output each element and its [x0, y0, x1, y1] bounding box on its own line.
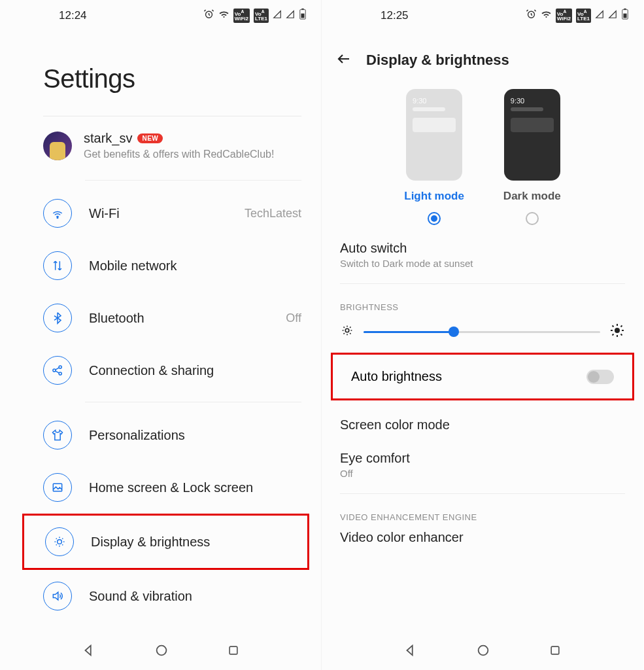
setting-auto-switch[interactable]: Auto switch Switch to Dark mode at sunse…	[322, 232, 643, 278]
svg-point-4	[57, 217, 58, 219]
setting-title: Auto switch	[340, 241, 625, 256]
settings-item-label: Display & brightness	[91, 535, 288, 550]
svg-rect-11	[229, 646, 237, 654]
status-time: 12:25	[381, 9, 409, 22]
nav-home-icon[interactable]	[476, 643, 490, 660]
picture-icon	[43, 473, 72, 502]
slider-thumb[interactable]	[449, 326, 459, 337]
setting-title: Video color enhancer	[340, 530, 625, 545]
status-icons: VoAWiFi2 VoALTE1	[203, 9, 307, 24]
settings-item-connection-sharing[interactable]: Connection & sharing	[0, 344, 321, 397]
settings-item-label: Wi-Fi	[89, 206, 228, 221]
section-label-video: VIDEO ENHANCEMENT ENGINE	[322, 499, 643, 527]
signal-icon	[273, 9, 282, 22]
svg-rect-14	[623, 14, 626, 18]
nav-bar	[0, 633, 321, 670]
settings-item-label: Personalizations	[89, 428, 301, 443]
setting-title: Screen color mode	[340, 417, 625, 432]
slider-track[interactable]	[364, 331, 600, 333]
divider	[85, 402, 301, 402]
new-badge: NEW	[137, 133, 163, 143]
setting-auto-brightness[interactable]: Auto brightness	[331, 353, 634, 400]
divider	[340, 283, 625, 284]
nav-recent-icon[interactable]	[227, 644, 240, 660]
battery-icon	[299, 9, 307, 23]
brightness-icon	[45, 527, 74, 556]
brightness-slider[interactable]	[322, 317, 643, 350]
volte-badge: VoALTE1	[254, 9, 269, 24]
back-icon[interactable]	[336, 51, 352, 69]
svg-point-9	[58, 540, 62, 544]
page-header: Display & brightness	[322, 31, 643, 81]
nav-bar	[322, 633, 643, 670]
wifi-icon	[541, 9, 552, 23]
alarm-icon	[526, 9, 537, 23]
vowifi-badge: VoAWiFi2	[556, 9, 572, 24]
wifi-icon	[43, 199, 72, 228]
status-bar: 12:24 VoAWiFi2 VoALTE1	[0, 0, 321, 31]
alarm-icon	[203, 9, 214, 23]
settings-item-home-lock[interactable]: Home screen & Lock screen	[0, 461, 321, 514]
sound-icon	[43, 582, 72, 610]
phone-settings: 12:24 VoAWiFi2 VoALTE1 Settings stark_sv…	[0, 0, 322, 670]
settings-item-label: Connection & sharing	[89, 363, 301, 378]
settings-item-display-brightness[interactable]: Display & brightness	[22, 514, 309, 570]
username: stark_sv	[84, 131, 132, 146]
signal-icon	[286, 9, 295, 22]
settings-item-label: Home screen & Lock screen	[89, 480, 301, 495]
settings-item-label: Mobile network	[89, 258, 301, 273]
svg-rect-3	[301, 9, 303, 10]
share-icon	[43, 356, 72, 385]
volte-badge: VoALTE1	[576, 9, 591, 24]
mobile-data-icon	[43, 251, 72, 280]
svg-rect-15	[624, 9, 626, 10]
page-title: Display & brightness	[366, 52, 509, 69]
setting-subtitle: Off	[340, 468, 625, 479]
radio-selected-icon[interactable]	[428, 212, 441, 225]
settings-item-personalizations[interactable]: Personalizations	[0, 409, 321, 461]
settings-item-sound-vibration[interactable]: Sound & vibration	[0, 570, 321, 622]
light-preview: 9:30	[406, 89, 462, 181]
signal-icon	[608, 9, 617, 22]
setting-title: Eye comfort	[340, 451, 625, 466]
divider	[85, 180, 301, 181]
bluetooth-icon	[43, 304, 72, 332]
settings-item-mobile-network[interactable]: Mobile network	[0, 239, 321, 292]
setting-video-enhancer[interactable]: Video color enhancer	[322, 527, 643, 554]
mode-label: Dark mode	[503, 190, 561, 203]
svg-point-18	[479, 646, 488, 656]
toggle-off[interactable]	[586, 370, 614, 384]
status-time: 12:24	[59, 9, 87, 22]
shirt-icon	[43, 421, 72, 450]
status-bar: 12:25 VoAWiFi2 VoALTE1	[322, 0, 643, 31]
svg-rect-8	[53, 484, 61, 491]
signal-icon	[595, 9, 604, 22]
nav-recent-icon[interactable]	[549, 644, 562, 660]
radio-unselected-icon[interactable]	[526, 212, 539, 225]
settings-item-wifi[interactable]: Wi-Fi TechLatest	[0, 187, 321, 239]
avatar	[43, 132, 72, 160]
settings-item-bluetooth[interactable]: Bluetooth Off	[0, 292, 321, 344]
nav-back-icon[interactable]	[403, 643, 418, 660]
phone-display-brightness: 12:25 VoAWiFi2 VoALTE1 Display & brightn…	[322, 0, 643, 670]
setting-eye-comfort[interactable]: Eye comfort Off	[322, 442, 643, 488]
light-mode-option[interactable]: 9:30 Light mode	[404, 89, 464, 225]
brightness-low-icon	[340, 323, 354, 340]
mode-label: Light mode	[404, 190, 464, 203]
nav-home-icon[interactable]	[154, 643, 169, 660]
svg-point-17	[615, 328, 620, 333]
vowifi-badge: VoAWiFi2	[233, 9, 250, 24]
settings-item-label: Sound & vibration	[89, 589, 301, 604]
account-row[interactable]: stark_sv NEW Get benefits & offers with …	[0, 116, 321, 175]
dark-preview: 9:30	[504, 89, 560, 181]
divider	[340, 493, 625, 494]
section-label-brightness: BRIGHTNESS	[322, 289, 643, 317]
setting-screen-color[interactable]: Screen color mode	[322, 403, 643, 442]
dark-mode-option[interactable]: 9:30 Dark mode	[503, 89, 561, 225]
setting-subtitle: Switch to Dark mode at sunset	[340, 258, 625, 269]
setting-title: Auto brightness	[351, 369, 442, 384]
svg-point-10	[156, 646, 166, 656]
theme-mode-selector: 9:30 Light mode 9:30 Dark mode	[322, 81, 643, 232]
wifi-icon	[218, 9, 229, 23]
nav-back-icon[interactable]	[82, 643, 96, 660]
